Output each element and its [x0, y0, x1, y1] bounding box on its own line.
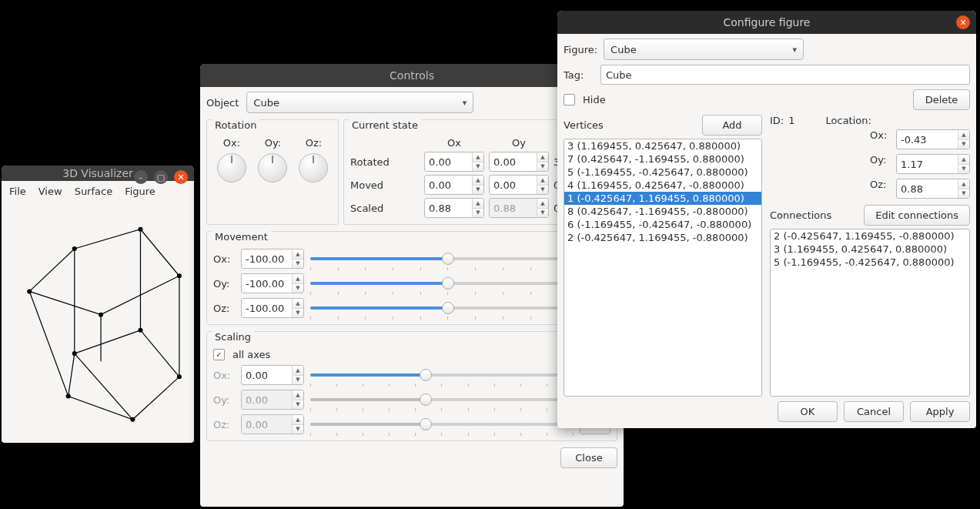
- movement-ox-slider[interactable]: [310, 250, 586, 267]
- visualizer-window: 3D Visualizer – ▢ ✕ File View Surface Fi…: [2, 166, 194, 443]
- window-title: Controls: [390, 69, 434, 82]
- movement-oy-lo[interactable]: -100.00▲▼: [241, 273, 304, 293]
- svg-point-7: [72, 351, 77, 356]
- svg-point-3: [177, 273, 182, 278]
- scaling-group: Scaling ✓ all axes Ox: 0.00▲▼ 2 Oy: 0.00…: [206, 331, 617, 441]
- delete-button[interactable]: Delete: [913, 89, 970, 110]
- list-item[interactable]: 8 (0.425647, -1.169455, -0.880000): [564, 205, 761, 218]
- movement-ox-lo[interactable]: -100.00▲▼: [241, 249, 304, 269]
- add-vertex-button[interactable]: Add: [702, 115, 762, 136]
- tag-label: Tag:: [564, 69, 594, 81]
- svg-point-6: [66, 393, 71, 398]
- scaling-oy-slider: [310, 391, 574, 408]
- rotated-ox[interactable]: 0.00▲▼: [424, 152, 484, 172]
- all-axes-checkbox[interactable]: ✓: [213, 349, 225, 360]
- svg-point-0: [27, 289, 32, 293]
- list-item[interactable]: 2 (-0.425647, 1.169455, -0.880000): [771, 229, 969, 243]
- list-item[interactable]: 3 (1.169455, 0.425647, 0.880000): [771, 243, 969, 256]
- viewport[interactable]: [2, 202, 194, 444]
- connections-list[interactable]: 2 (-0.425647, 1.169455, -0.880000)3 (1.1…: [770, 229, 970, 397]
- edit-connections-button[interactable]: Edit connections: [864, 205, 970, 226]
- location-ox[interactable]: -0.43▲▼: [896, 129, 970, 149]
- scaling-oz-lo: 0.00▲▼: [241, 414, 304, 434]
- svg-point-9: [99, 312, 103, 316]
- location-oy[interactable]: 1.17▲▼: [896, 154, 970, 174]
- figure-label: Figure:: [564, 44, 597, 55]
- rotation-ox-knob[interactable]: [217, 153, 246, 183]
- scaled-oy: 0.88▲▼: [489, 198, 549, 218]
- svg-point-5: [130, 417, 135, 421]
- close-icon[interactable]: ✕: [174, 170, 188, 184]
- menu-surface[interactable]: Surface: [75, 186, 113, 197]
- list-item[interactable]: 6 (-1.169455, -0.425647, -0.880000): [564, 218, 761, 231]
- rotated-oy[interactable]: 0.00▲▼: [489, 152, 549, 172]
- location-oz[interactable]: 0.88▲▼: [896, 179, 970, 199]
- list-item[interactable]: 3 (1.169455, 0.425647, 0.880000): [564, 139, 761, 152]
- list-item[interactable]: 7 (0.425647, -1.169455, 0.880000): [564, 152, 761, 166]
- scaled-ox[interactable]: 0.88▲▼: [424, 198, 484, 218]
- configure-titlebar[interactable]: Configure figure ✕: [557, 11, 976, 34]
- scaling-oy-lo: 0.00▲▼: [241, 390, 304, 410]
- list-item[interactable]: 5 (-1.169455, -0.425647, 0.880000): [771, 256, 969, 269]
- list-item[interactable]: 4 (1.169455, 0.425647, -0.880000): [564, 179, 761, 192]
- configure-window: Configure figure ✕ Figure: Cube Tag: Cub…: [557, 11, 976, 428]
- rotation-oz-knob[interactable]: [299, 153, 328, 183]
- menu-file[interactable]: File: [9, 186, 26, 197]
- cancel-button[interactable]: Cancel: [844, 401, 904, 422]
- menu-view[interactable]: View: [38, 186, 62, 197]
- svg-point-1: [72, 246, 77, 250]
- scaling-oz-slider: [310, 416, 574, 433]
- cube-render: [5, 205, 191, 440]
- menu-figure[interactable]: Figure: [125, 186, 156, 197]
- movement-oz-slider[interactable]: [310, 300, 586, 316]
- hide-checkbox[interactable]: [564, 94, 575, 105]
- svg-point-4: [177, 374, 182, 379]
- maximize-button[interactable]: ▢: [154, 170, 168, 184]
- tag-input[interactable]: Cube: [600, 65, 970, 85]
- ok-button[interactable]: OK: [778, 401, 838, 422]
- minimize-button[interactable]: –: [134, 170, 148, 184]
- movement-oy-slider[interactable]: [310, 275, 586, 292]
- svg-point-8: [138, 327, 142, 332]
- object-select[interactable]: Cube: [246, 92, 473, 113]
- scaling-ox-slider[interactable]: [310, 367, 574, 383]
- moved-oy[interactable]: 0.00▲▼: [489, 175, 549, 195]
- visualizer-titlebar[interactable]: 3D Visualizer – ▢ ✕: [2, 166, 194, 181]
- movement-group: Movement Ox: -100.00▲▼ 1 Oy: -100.00▲▼ 1…: [206, 231, 617, 325]
- list-item[interactable]: 5 (-1.169455, -0.425647, 0.880000): [564, 166, 761, 179]
- close-button[interactable]: Close: [560, 447, 617, 468]
- moved-ox[interactable]: 0.00▲▼: [424, 175, 484, 195]
- close-icon[interactable]: ✕: [956, 15, 970, 29]
- movement-oz-lo[interactable]: -100.00▲▼: [241, 298, 304, 318]
- rotation-oy-knob[interactable]: [258, 153, 287, 183]
- object-label: Object: [206, 97, 239, 109]
- window-title: Configure figure: [724, 16, 811, 28]
- list-item[interactable]: 2 (-0.425647, 1.169455, -0.880000): [564, 231, 761, 244]
- apply-button[interactable]: Apply: [910, 401, 970, 422]
- scaling-ox-lo[interactable]: 0.00▲▼: [241, 365, 304, 385]
- window-title: 3D Visualizer: [62, 167, 133, 179]
- rotation-group: Rotation Ox:Oy:Oz:: [206, 119, 339, 225]
- list-item[interactable]: 1 (-0.425647, 1.169455, 0.880000): [564, 192, 761, 205]
- figure-select[interactable]: Cube: [604, 39, 804, 60]
- vertices-list[interactable]: 3 (1.169455, 0.425647, 0.880000)7 (0.425…: [564, 139, 762, 397]
- svg-point-2: [138, 226, 142, 231]
